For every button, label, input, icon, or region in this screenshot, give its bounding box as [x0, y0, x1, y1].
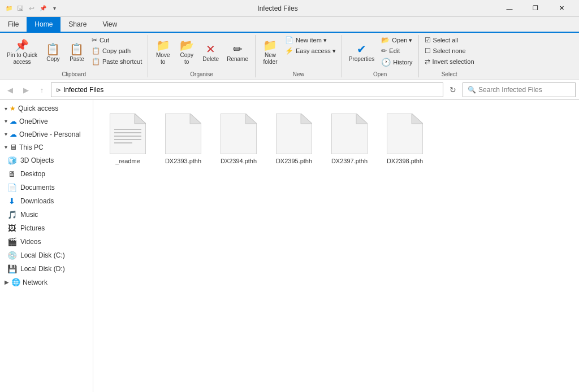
- sidebar-item-3d-objects[interactable]: 🧊 3D Objects: [0, 154, 93, 167]
- pin-icon[interactable]: 📌: [38, 4, 47, 13]
- sidebar-onedrive[interactable]: ▾ ☁ OneDrive: [0, 115, 93, 128]
- sidebar-this-pc[interactable]: ▾ 🖥 This PC: [0, 141, 93, 154]
- copy-path-label: Copy path: [102, 47, 131, 54]
- edit-button[interactable]: ✏ Edit: [379, 46, 414, 56]
- svg-marker-10: [245, 114, 257, 124]
- new-folder-button[interactable]: 📁 New folder: [259, 35, 282, 70]
- file-item-dx2394[interactable]: DX2394.pthh: [213, 109, 264, 169]
- pin-label: Pin to Quick access: [7, 52, 37, 66]
- sidebar-network[interactable]: ▶ 🌐 Network: [0, 276, 93, 289]
- sidebar-item-local-disk-d[interactable]: 💾 Local Disk (D:): [0, 262, 93, 276]
- sidebar-item-pictures[interactable]: 🖼 Pictures: [0, 221, 93, 235]
- dropdown-icon[interactable]: ▾: [50, 4, 59, 13]
- file-item-dx2398[interactable]: DX2398.pthh: [379, 109, 430, 169]
- invert-icon: ⇄: [425, 58, 430, 66]
- onedrive-personal-icon: ☁: [10, 130, 17, 138]
- file-name-dx2398: DX2398.pthh: [387, 158, 423, 164]
- search-input[interactable]: [478, 86, 571, 94]
- sidebar-item-desktop[interactable]: 🖥 Desktop: [0, 167, 93, 181]
- select-none-label: Select none: [433, 47, 466, 54]
- file-icon-dx2393: [165, 114, 201, 154]
- sidebar-quick-access[interactable]: ▾ ★ Quick access: [0, 102, 93, 115]
- invert-selection-button[interactable]: ⇄ Invert selection: [422, 56, 477, 67]
- 3d-objects-icon: 🧊: [7, 156, 17, 165]
- clipboard-content: 📌 Pin to Quick access 📋 Copy 📋 Paste ✂ C…: [3, 35, 144, 70]
- file-item-dx2393[interactable]: DX2393.pthh: [158, 109, 209, 169]
- tab-home[interactable]: Home: [27, 17, 61, 32]
- videos-label: Videos: [20, 238, 41, 246]
- expand-icon: ▾: [5, 144, 7, 150]
- sidebar-onedrive-personal[interactable]: ▾ ☁ OneDrive - Personal: [0, 128, 93, 141]
- tab-file[interactable]: File: [0, 17, 27, 32]
- copy-to-button[interactable]: 📂 Copy to: [175, 35, 198, 70]
- file-name-dx2397: DX2397.pthh: [331, 158, 368, 164]
- star-icon: ★: [10, 104, 16, 112]
- forward-button[interactable]: ▶: [19, 83, 33, 97]
- new-folder-label: New folder: [263, 52, 277, 66]
- organise-label: Organise: [152, 70, 252, 77]
- properties-button[interactable]: ✔ Properties: [345, 35, 378, 70]
- restore-button[interactable]: ❐: [522, 0, 548, 17]
- documents-label: Documents: [20, 184, 55, 191]
- music-label: Music: [20, 211, 38, 219]
- back-button[interactable]: ◀: [3, 83, 17, 97]
- up-button[interactable]: ↑: [35, 83, 49, 97]
- pin-to-quick-access-button[interactable]: 📌 Pin to Quick access: [3, 35, 41, 70]
- select-none-button[interactable]: ☐ Select none: [422, 46, 477, 56]
- open-icon: 📂: [381, 36, 390, 44]
- history-button[interactable]: 🕐 History: [379, 56, 414, 68]
- sidebar-item-videos[interactable]: 🎬 Videos: [0, 235, 93, 249]
- select-all-button[interactable]: ☑ Select all: [422, 35, 477, 45]
- search-box[interactable]: 🔍: [463, 82, 576, 97]
- new-content: 📁 New folder 📄 New item ▾ ⚡ Easy access …: [259, 35, 338, 70]
- move-to-button[interactable]: 📁 Move to: [152, 35, 174, 70]
- sidebar-item-downloads[interactable]: ⬇ Downloads: [0, 194, 93, 208]
- sidebar-item-music[interactable]: 🎵 Music: [0, 208, 93, 221]
- close-button[interactable]: ✕: [548, 0, 574, 17]
- svg-marker-1: [135, 114, 146, 124]
- pictures-icon: 🖼: [7, 224, 17, 233]
- address-bar: ◀ ▶ ↑ ⊳ Infected Files ↻ 🔍: [0, 80, 579, 100]
- window-controls: — ❐ ✕: [496, 0, 574, 17]
- 3d-objects-label: 3D Objects: [20, 156, 54, 164]
- tab-share[interactable]: Share: [61, 17, 94, 32]
- refresh-button[interactable]: ↻: [446, 82, 460, 97]
- new-item-button[interactable]: 📄 New item ▾: [283, 35, 338, 45]
- sidebar-item-local-disk-c[interactable]: 💿 Local Disk (C:): [0, 249, 93, 262]
- file-item-readme[interactable]: _readme: [102, 109, 153, 169]
- onedrive-icon: ☁: [10, 117, 17, 125]
- svg-marker-14: [356, 114, 368, 124]
- properties-icon: ✔: [357, 43, 366, 55]
- copy-path-button[interactable]: 📋 Copy path: [89, 46, 144, 56]
- downloads-icon: ⬇: [7, 197, 17, 206]
- titlebar-icons: 📁 🖫 ↩ 📌 ▾: [5, 4, 59, 13]
- minimize-button[interactable]: —: [496, 0, 522, 17]
- paste-button[interactable]: 📋 Paste: [66, 35, 88, 70]
- history-icon: 🕐: [381, 58, 391, 67]
- paste-shortcut-button[interactable]: 📋 Paste shortcut: [89, 56, 144, 67]
- sidebar: ▾ ★ Quick access ▾ ☁ OneDrive ▾ ☁ OneDri…: [0, 100, 93, 392]
- local-disk-c-label: Local Disk (C:): [20, 251, 65, 259]
- sidebar-item-documents[interactable]: 📄 Documents: [0, 181, 93, 194]
- copy-button[interactable]: 📋 Copy: [42, 35, 64, 70]
- tab-view[interactable]: View: [94, 17, 125, 32]
- file-icon-readme: [110, 114, 146, 154]
- paste-label: Paste: [70, 56, 84, 62]
- path-arrow: ⊳: [56, 86, 61, 94]
- delete-button[interactable]: ✕ Delete: [199, 35, 222, 70]
- undo-icon[interactable]: ↩: [27, 4, 36, 13]
- file-item-dx2395[interactable]: DX2395.pthh: [269, 109, 319, 169]
- save-icon[interactable]: 🖫: [16, 4, 25, 13]
- select-none-icon: ☐: [425, 47, 431, 55]
- edit-label: Edit: [389, 47, 400, 54]
- desktop-icon: 🖥: [7, 169, 17, 178]
- cut-button[interactable]: ✂ Cut: [89, 35, 144, 45]
- rename-button[interactable]: ✏ Rename: [223, 35, 252, 70]
- file-item-dx2397[interactable]: DX2397.pthh: [324, 109, 375, 169]
- open-button[interactable]: 📂 Open ▾: [379, 35, 414, 45]
- easy-access-button[interactable]: ⚡ Easy access ▾: [283, 46, 338, 56]
- address-path[interactable]: ⊳ Infected Files: [51, 82, 443, 97]
- expand-icon: ▾: [5, 131, 7, 137]
- copy-folder-icon: 📂: [180, 40, 194, 51]
- expand-icon: ▾: [5, 118, 7, 124]
